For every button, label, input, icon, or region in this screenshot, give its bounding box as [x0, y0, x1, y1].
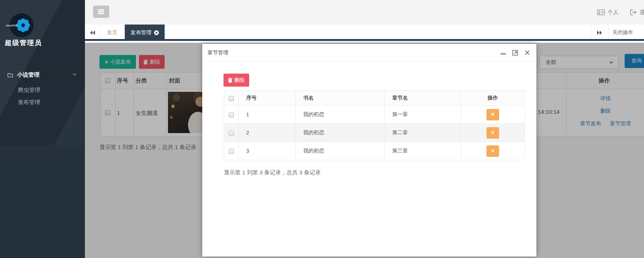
personal-link[interactable]: 个人: [607, 9, 619, 16]
modal-delete-button[interactable]: 删除: [223, 74, 249, 87]
chapter-table: 序号 书名 章节名 操作 1 我的初恋 第一章 × 2 我的初恋 第二章 × 3…: [224, 90, 525, 160]
close-x-icon: ×: [491, 148, 494, 154]
tab-home[interactable]: 首页: [100, 25, 125, 41]
close-icon[interactable]: [524, 49, 530, 56]
topbar: 个人 退出: [85, 0, 644, 25]
close-x-icon: ×: [491, 130, 494, 136]
logo-text: Java2Nb: [6, 24, 18, 27]
sidebar-item-crawler-management[interactable]: 爬虫管理: [18, 87, 74, 95]
sidebar-item-novel-management[interactable]: 小说管理: [0, 70, 85, 80]
maximize-icon[interactable]: [512, 49, 518, 56]
id-card-icon: [597, 9, 605, 15]
table-row: 3 我的初恋 第三章 ×: [224, 142, 525, 160]
trash-icon: [228, 78, 232, 83]
record-summary: 显示第 1 到第 3 条记录，总共 3 条记录: [224, 169, 321, 176]
chapter-table-header: 序号 书名 章节名 操作: [224, 91, 525, 106]
double-right-arrow-icon: [597, 30, 603, 35]
double-left-arrow-icon: [89, 30, 95, 35]
row-checkbox[interactable]: [229, 112, 234, 117]
table-row: 2 我的初恋 第二章 ×: [224, 124, 525, 142]
sidebar-item-label: 小说管理: [17, 71, 39, 78]
admin-role-title: 超级管理员: [5, 38, 42, 47]
tab-publish-management[interactable]: 发布管理: [125, 25, 165, 41]
close-operations-dropdown[interactable]: 关闭操作: [609, 25, 644, 41]
close-x-icon: ×: [491, 112, 494, 117]
col-operations: 操作: [461, 91, 525, 106]
modal-window-controls: [500, 49, 530, 56]
tab-label: 发布管理: [131, 29, 152, 36]
col-no: 序号: [239, 91, 296, 106]
table-row: 1 我的初恋 第一章 ×: [224, 106, 525, 124]
tabbar: 首页 发布管理 关闭操作: [85, 25, 644, 41]
chevron-down-icon: [73, 73, 77, 76]
modal-title: 章节管理: [207, 49, 228, 56]
topbar-right: 个人 退出: [597, 0, 644, 25]
sidebar-divider: [0, 65, 85, 66]
gear-icon: [16, 18, 31, 33]
sidebar: Java2Nb 超级管理员 小说管理 爬虫管理 发布管理: [0, 0, 85, 258]
publish-management-page: { "theme": { "sidebar_bg": "#24303c", "a…: [0, 0, 644, 258]
sidebar-toggle-button[interactable]: [93, 6, 109, 18]
select-all-checkbox[interactable]: [229, 96, 234, 101]
tab-close-icon[interactable]: [154, 30, 159, 35]
folder-icon: [7, 72, 13, 77]
sidebar-item-publish-management[interactable]: 发布管理: [18, 99, 74, 107]
row-delete-button[interactable]: ×: [486, 109, 499, 120]
minimize-icon[interactable]: [500, 49, 507, 56]
row-delete-button[interactable]: ×: [486, 145, 499, 157]
row-checkbox[interactable]: [229, 130, 234, 136]
row-checkbox[interactable]: [229, 149, 234, 154]
tabs-scroll-left-button[interactable]: [85, 25, 100, 41]
tabbar-right: 关闭操作: [591, 25, 644, 39]
row-delete-button[interactable]: ×: [486, 127, 499, 139]
col-chapter: 章节名: [385, 91, 461, 106]
chapter-management-modal: 章节管理 删除 序号: [202, 44, 536, 257]
tabs-scroll-right-button[interactable]: [591, 25, 609, 41]
sign-out-icon: [630, 9, 637, 15]
modal-header: 章节管理: [202, 44, 536, 61]
col-book: 书名: [296, 91, 385, 106]
logout-link[interactable]: 退出: [640, 9, 644, 16]
